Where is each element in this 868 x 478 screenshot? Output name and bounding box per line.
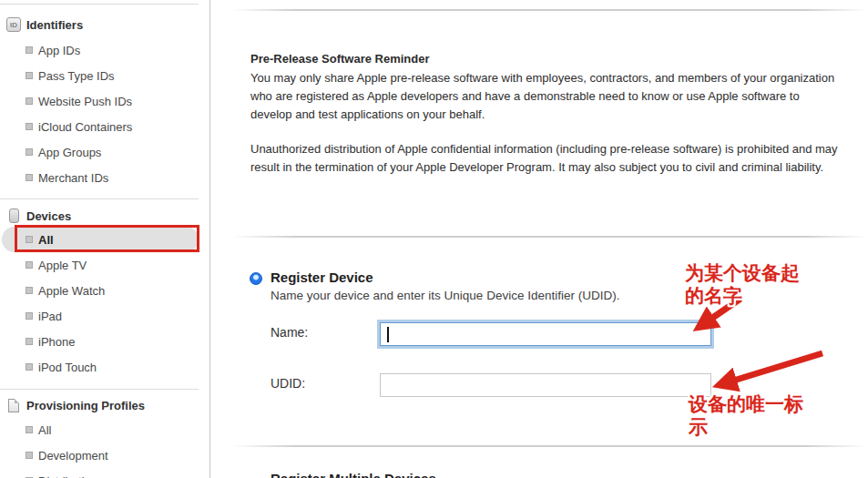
text-cursor [387,327,389,342]
sidebar-item-label: Development [38,449,108,463]
bullet-icon [26,236,33,243]
sidebar: ID Identifiers App IDs Pass Type IDs Web… [0,0,210,478]
bullet-icon [26,72,33,79]
sidebar-divider [0,198,199,199]
register-device-title: Register Device [271,270,373,285]
section-title-identifiers: Identifiers [26,18,83,32]
sidebar-divider [0,389,199,390]
sidebar-item-website-push-ids[interactable]: Website Push IDs [0,88,210,114]
name-field-label: Name: [271,325,308,340]
sidebar-item-label: Merchant IDs [38,171,108,185]
section-title-devices: Devices [26,209,71,223]
annotation-name-note: 为某个设备起 的名字 [685,261,840,307]
sidebar-item-label: iPhone [38,335,75,349]
sidebar-item-distribution[interactable]: Distribution [0,468,210,478]
sidebar-item-ipad[interactable]: iPad [0,303,210,329]
bullet-icon [26,261,33,269]
section-title-provisioning-profiles: Provisioning Profiles [26,399,145,412]
pre-release-reminder-title: Pre-Release Software Reminder [250,52,430,66]
bullet-icon [26,123,33,130]
sidebar-item-development[interactable]: Development [0,442,210,468]
bullet-icon [26,46,33,54]
sidebar-item-apple-watch[interactable]: Apple Watch [0,278,210,303]
sidebar-item-pass-type-ids[interactable]: Pass Type IDs [0,63,210,88]
sidebar-section-devices: Devices [4,207,71,225]
sidebar-item-profiles-all[interactable]: All [0,417,210,442]
sidebar-item-label: iCloud Containers [38,120,132,134]
sidebar-item-iphone[interactable]: iPhone [0,329,210,354]
bullet-icon [26,312,33,320]
register-device-radio[interactable] [250,272,262,285]
sidebar-item-label: iPod Touch [38,361,97,374]
annotation-arrow-name [709,299,740,320]
devices-item-list: All Apple TV Apple Watch iPad iPhone iPo… [0,227,210,380]
udid-input[interactable] [380,373,711,397]
sidebar-item-label: App Groups [38,146,101,159]
bullet-icon [26,148,33,156]
sidebar-item-label: Pass Type IDs [38,69,115,83]
sidebar-item-label: Distribution [38,474,97,478]
sidebar-section-identifiers: ID Identifiers [4,15,83,34]
sidebar-section-provisioning-profiles: Provisioning Profiles [4,396,145,414]
register-device-subtitle: Name your device and enter its Unique De… [271,289,619,302]
sidebar-item-label: iPad [38,310,62,323]
bullet-icon [26,363,33,371]
content-divider-middle [232,236,867,238]
sidebar-item-devices-all[interactable]: All [0,227,210,252]
sidebar-item-label: App IDs [38,44,80,57]
bullet-icon [26,426,33,433]
sidebar-item-app-groups[interactable]: App Groups [0,139,210,165]
pre-release-reminder-paragraph-1: You may only share Apple pre-release sof… [250,69,842,124]
bullet-icon [26,174,33,181]
register-multiple-devices-title: Register Multiple Devices [271,471,436,478]
sidebar-item-icloud-containers[interactable]: iCloud Containers [0,114,210,139]
annotation-arrow-udid [730,353,822,381]
content-divider-top [232,9,867,11]
sidebar-item-label: All [38,423,51,437]
sidebar-item-ipod-touch[interactable]: iPod Touch [0,354,210,380]
bullet-icon [26,452,33,459]
provisioning-item-list: All Development Distribution [0,417,210,478]
identifiers-item-list: App IDs Pass Type IDs Website Push IDs i… [0,37,210,190]
id-badge-icon: ID [6,17,21,32]
sidebar-item-label: All [38,233,54,247]
content-divider-bottom [232,445,867,447]
document-icon [8,399,19,412]
sidebar-item-apple-tv[interactable]: Apple TV [0,252,210,278]
udid-field-label: UDID: [271,376,305,391]
bullet-icon [26,338,33,345]
bullet-icon [26,287,33,294]
mobile-device-icon [9,208,19,223]
pre-release-reminder-paragraph-2: Unauthorized distribution of Apple confi… [250,140,842,177]
sidebar-divider [0,4,199,5]
sidebar-item-merchant-ids[interactable]: Merchant IDs [0,165,210,190]
sidebar-item-label: Apple Watch [38,284,105,298]
sidebar-item-label: Apple TV [38,259,87,272]
annotation-udid-note: 设备的唯一标 示 [689,392,843,438]
sidebar-item-label: Website Push IDs [38,95,132,108]
bullet-icon [26,97,33,105]
name-input[interactable] [380,322,711,346]
sidebar-item-app-ids[interactable]: App IDs [0,37,210,63]
